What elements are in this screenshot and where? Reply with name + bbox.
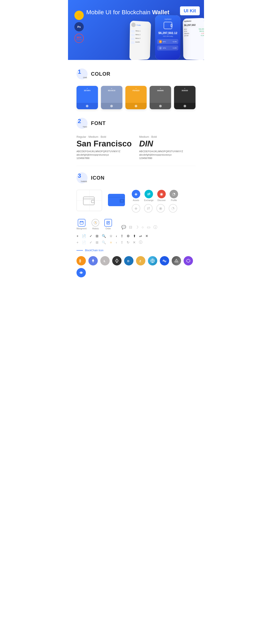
font-din: Medium · Bold DIN ABCDEFGHIJKLMNOPQRSTUV… (139, 135, 196, 160)
sf-name: San Francisco (76, 139, 133, 148)
blockchain-divider: BlockChain Icon (76, 249, 196, 252)
dash-icon: D (124, 256, 134, 266)
order-icon-svg (106, 221, 110, 224)
search-outline-icon: 🔍 (102, 240, 106, 244)
svg-text:₿: ₿ (79, 259, 81, 263)
discover-label: Discover (158, 199, 166, 202)
back-outline-icon: ‹ (116, 240, 117, 244)
profile-icon: ◔ (170, 190, 178, 198)
sf-lower: abcdefghijklmnopqrstuvwxyz (76, 154, 133, 156)
defi-icon (76, 268, 86, 277)
eth-icon (88, 256, 98, 266)
font-grid: Regular · Medium · Bold San Francisco AB… (76, 135, 196, 160)
history-icon (92, 219, 99, 226)
close-outline-icon: ✕ (133, 240, 136, 244)
history-nav-item: History (92, 219, 99, 230)
crypto-icons-row: ₿ Ł D Z (76, 256, 196, 277)
info-icon: ⓘ (154, 225, 157, 230)
screens-badge: 60+ Screens (74, 34, 84, 43)
neo-icon (112, 256, 122, 266)
sf-numbers: 1234567890 (76, 157, 133, 160)
star-icon: ☆ (110, 234, 112, 238)
nav-icons-filled-row: ◈ Assets ⇄ Exchange ◉ Discover ◔ Profile (132, 190, 178, 202)
management-label: Mangment (76, 228, 86, 230)
blockchain-label: BlockChain Icon (85, 249, 104, 252)
chat-icon: 💬 (121, 225, 126, 230)
refresh-icon: ↻ (127, 240, 130, 244)
check-icon: ✓ (90, 234, 92, 238)
settings-icon: ⚙ (127, 234, 130, 238)
matic-icon (184, 256, 193, 266)
message-icon: ▭ (147, 225, 150, 230)
exchange-outline-icon: ⇄ (144, 204, 152, 212)
svg-text:D: D (127, 260, 129, 263)
order-icon (104, 219, 112, 226)
stack-icon: ⊟ (129, 225, 132, 230)
font-title: FONT (91, 120, 106, 126)
color-swatch-slate: # 8DA0C8 (101, 86, 122, 109)
din-upper: ABCDEFGHIJKLMNOPQRSTUVWXYZ (139, 150, 196, 152)
exchange-icon: ⇄ (144, 190, 153, 198)
svg-point-6 (121, 200, 123, 202)
order-label: Order (106, 228, 111, 230)
nav-icon-exchange: ⇄ Exchange (144, 190, 154, 202)
assets-outline-icon: ◈ (132, 204, 140, 212)
qr-icon: ⊞ (96, 234, 98, 238)
icon-main-row: ◈ Assets ⇄ Exchange ◉ Discover ◔ Profile (76, 190, 196, 212)
assets-label: Assets (133, 199, 139, 202)
font-section-header: 2 TWO FONT (76, 118, 196, 129)
svg-rect-2 (83, 197, 94, 205)
wallet-blue-icon (107, 191, 126, 208)
check-outline-icon: ✓ (90, 240, 92, 244)
color-swatch-orange: # F5A623 (126, 86, 147, 109)
share-icon: ⇧ (120, 234, 123, 238)
svg-rect-7 (80, 221, 83, 224)
discover-outline-icon: ◉ (156, 204, 165, 212)
swap-icon: ⇌ (139, 234, 142, 238)
svg-text:Z: Z (140, 260, 141, 263)
color-swatch-blue: # 3574FA (76, 86, 98, 109)
plus-outline-icon: + (76, 240, 78, 244)
profile-label: Profile (171, 199, 177, 202)
hero-section: Ps 60+ Screens Mobile UI for Blockchain … (68, 0, 204, 60)
divider-2-3 (76, 166, 196, 166)
doc-outline-icon: 📄 (82, 240, 86, 244)
nav-icon-assets: ◈ Assets (132, 190, 140, 202)
icon-wireframe-box (76, 190, 102, 211)
wallet-wireframe-icon (83, 195, 96, 206)
icon-section-header: 3 THREE ICON (76, 172, 196, 184)
plus-icon: + (76, 234, 78, 238)
doc-icon: 📄 (82, 234, 86, 238)
color-swatch-dark: # 303030 (174, 86, 196, 109)
utility-icons-active: + 📄 ✓ ⊞ 🔍 ☆ ‹ ⇧ ⚙ ⬆ ⇌ ✕ (76, 234, 196, 238)
ui-kit-badge: UI Kit (180, 6, 200, 15)
discover-icon: ◉ (157, 190, 166, 198)
qr-outline-icon: ⊞ (96, 240, 98, 244)
history-icon-svg (94, 221, 97, 225)
din-style: Medium · Bold (139, 135, 196, 138)
din-name: DIN (139, 139, 196, 148)
zec-icon: Z (136, 256, 145, 266)
info-outline-icon: ⓘ (139, 240, 142, 245)
management-icon-svg (80, 221, 84, 224)
profile-outline-icon: ◔ (169, 204, 177, 212)
waves-icon (160, 256, 169, 266)
upload-icon: ⬆ (133, 234, 136, 238)
svg-marker-11 (92, 259, 94, 262)
xmr-icon (172, 256, 181, 266)
sketch-badge (74, 11, 84, 20)
assets-icon: ◈ (132, 190, 140, 198)
din-lower: abcdefghijklmnopqrstuvwxyz (139, 154, 196, 156)
color-title: COLOR (91, 71, 110, 77)
search-icon: 🔍 (102, 234, 106, 238)
management-nav-item: Mangment (76, 219, 86, 230)
icon-title: ICON (91, 175, 104, 181)
btc-icon: ₿ (76, 256, 86, 266)
management-icon (78, 219, 86, 226)
nav-icons-outline-row: ◈ ⇄ ◉ ◔ (132, 204, 178, 212)
section-number-1: 1 ONE (76, 68, 88, 80)
colors-row: # 3574FA # 8DA0C8 # F5A623 # 666666 (76, 86, 196, 109)
history-label: History (92, 228, 99, 230)
svg-text:Ł: Ł (104, 259, 106, 263)
share-outline-icon: ⇧ (120, 240, 123, 244)
